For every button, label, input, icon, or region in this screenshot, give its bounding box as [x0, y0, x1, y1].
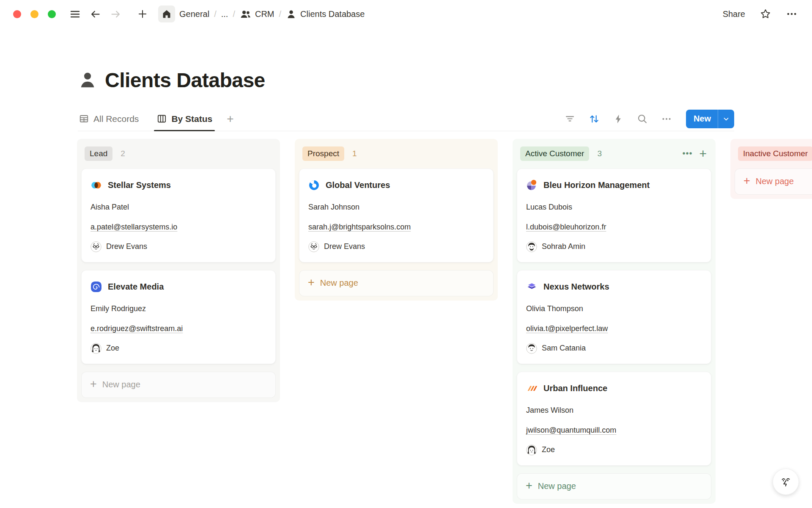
- card-title-row: Urban Influence: [526, 383, 702, 394]
- plus-icon: +: [90, 378, 97, 390]
- plus-icon: +: [743, 175, 750, 187]
- view-tabs-bar: All Records By Status + New: [78, 107, 734, 131]
- view-more-icon[interactable]: [660, 113, 673, 125]
- home-icon[interactable]: [158, 6, 175, 22]
- company-name: Urban Influence: [543, 384, 607, 393]
- new-page-label: New page: [320, 278, 358, 288]
- owner-avatar: [308, 241, 319, 252]
- new-dropdown-chevron-icon[interactable]: [718, 110, 734, 128]
- column-cards: Bleu Horizon Management Lucas Dubois l.d…: [517, 168, 711, 500]
- tab-all-records[interactable]: All Records: [78, 107, 140, 131]
- company-name: Elevate Media: [108, 282, 164, 292]
- contact-email[interactable]: sarah.j@brightsparksolns.com: [308, 223, 411, 232]
- assistant-button[interactable]: [773, 469, 799, 495]
- client-card[interactable]: Elevate Media Emily Rodriguez e.rodrigue…: [81, 270, 276, 364]
- column-more-icon[interactable]: •••: [682, 149, 692, 158]
- new-page-button[interactable]: + New page: [81, 372, 276, 398]
- column-cards: + New page: [735, 168, 812, 195]
- new-page-button[interactable]: + New page: [517, 473, 711, 500]
- menu-icon[interactable]: [67, 6, 83, 22]
- client-card[interactable]: Nexus Networks Olivia Thompson olivia.t@…: [517, 270, 711, 364]
- new-page-button[interactable]: + New page: [735, 168, 812, 195]
- breadcrumb-label: General: [179, 9, 209, 19]
- titlebar-actions: Share: [723, 8, 798, 20]
- company-logo-icon: [91, 281, 102, 293]
- minimize-window-button[interactable]: [30, 10, 38, 18]
- card-title-row: Stellar Systems: [91, 179, 266, 191]
- column-header: Inactive Customer: [735, 143, 812, 163]
- add-view-icon[interactable]: +: [227, 112, 233, 126]
- column-cards: Stellar Systems Aisha Patel a.patel@stel…: [81, 168, 276, 398]
- new-page-label: New page: [538, 481, 576, 491]
- owner-name: Zoe: [542, 445, 555, 454]
- breadcrumb-item-clients-database[interactable]: Clients Database: [286, 9, 365, 19]
- search-icon[interactable]: [636, 113, 649, 125]
- status-badge[interactable]: Prospect: [302, 146, 344, 161]
- person-icon: [286, 9, 296, 19]
- new-page-label: New page: [102, 380, 140, 389]
- lightning-icon[interactable]: [612, 113, 625, 125]
- breadcrumb-item-crm[interactable]: CRM: [240, 8, 274, 20]
- owner-avatar: [91, 343, 102, 354]
- status-badge[interactable]: Lead: [85, 146, 112, 161]
- breadcrumb: General / ... / CRM / Clients Database: [179, 8, 365, 20]
- owner-avatar: [526, 241, 537, 252]
- zoom-window-button[interactable]: [48, 10, 56, 18]
- client-card[interactable]: Bleu Horizon Management Lucas Dubois l.d…: [517, 168, 711, 262]
- client-card[interactable]: Global Ventures Sarah Johnson sarah.j@br…: [299, 168, 494, 262]
- contact-name: Aisha Patel: [91, 203, 266, 212]
- page-header: Clients Database: [78, 66, 812, 94]
- company-logo-icon: [526, 383, 538, 394]
- breadcrumb-item-ellipsis[interactable]: ...: [221, 9, 228, 19]
- tab-label: By Status: [171, 114, 212, 124]
- owner-name: Sam Catania: [542, 344, 586, 353]
- tab-by-status[interactable]: By Status: [156, 107, 213, 131]
- new-page-button[interactable]: + New page: [299, 270, 494, 296]
- owner-name: Drew Evans: [324, 242, 365, 251]
- column-add-icon[interactable]: +: [699, 149, 707, 158]
- forward-icon[interactable]: [107, 6, 123, 22]
- star-icon[interactable]: [760, 8, 771, 20]
- page-title[interactable]: Clients Database: [105, 69, 265, 92]
- breadcrumb-separator: /: [279, 9, 282, 19]
- breadcrumb-item-general[interactable]: General: [179, 9, 209, 19]
- share-button[interactable]: Share: [723, 9, 745, 19]
- new-button[interactable]: New: [686, 110, 734, 128]
- filter-icon[interactable]: [564, 113, 576, 125]
- new-tab-plus-icon[interactable]: [134, 6, 151, 22]
- company-logo-icon: [526, 179, 538, 191]
- more-icon[interactable]: [786, 8, 798, 20]
- client-card[interactable]: Stellar Systems Aisha Patel a.patel@stel…: [81, 168, 276, 262]
- status-badge[interactable]: Inactive Customer: [738, 146, 812, 161]
- breadcrumb-label: Clients Database: [300, 9, 365, 19]
- column-prospect: Prospect 1 Global Ventures Sarah Johnson…: [295, 139, 498, 301]
- contact-email[interactable]: e.rodriguez@swiftstream.ai: [91, 324, 183, 333]
- contact-name: James Wilson: [526, 406, 702, 415]
- tab-label: All Records: [93, 114, 139, 124]
- contact-email[interactable]: jwilson@quantumquill.com: [526, 426, 616, 435]
- kanban-board: Lead 2 Stellar Systems Aisha Patel a.pat…: [77, 139, 812, 504]
- contact-name: Sarah Johnson: [308, 203, 484, 212]
- owner-row: Zoe: [91, 343, 266, 354]
- status-badge[interactable]: Active Customer: [520, 146, 589, 161]
- card-title-row: Global Ventures: [308, 179, 484, 191]
- column-header: Active Customer 3 ••• +: [517, 143, 711, 163]
- column-header: Prospect 1: [299, 143, 494, 163]
- company-logo-icon: [91, 179, 102, 191]
- column-actions: ••• +: [682, 149, 707, 158]
- company-name: Nexus Networks: [543, 282, 609, 292]
- company-name: Global Ventures: [326, 180, 390, 190]
- client-card[interactable]: Urban Influence James Wilson jwilson@qua…: [517, 372, 711, 466]
- contact-email[interactable]: l.dubois@bleuhorizon.fr: [526, 223, 606, 232]
- back-icon[interactable]: [87, 6, 103, 22]
- card-title-row: Nexus Networks: [526, 281, 702, 293]
- people-icon: [240, 8, 251, 20]
- close-window-button[interactable]: [13, 10, 21, 18]
- owner-avatar: [91, 241, 102, 252]
- contact-email[interactable]: a.patel@stellarsystems.io: [91, 223, 177, 232]
- app-window: General / ... / CRM / Clients Database S…: [0, 0, 812, 508]
- company-logo-icon: [308, 179, 320, 191]
- contact-name: Lucas Dubois: [526, 203, 702, 212]
- contact-email[interactable]: olivia.t@pixelperfect.law: [526, 324, 608, 333]
- sort-icon[interactable]: [588, 113, 601, 125]
